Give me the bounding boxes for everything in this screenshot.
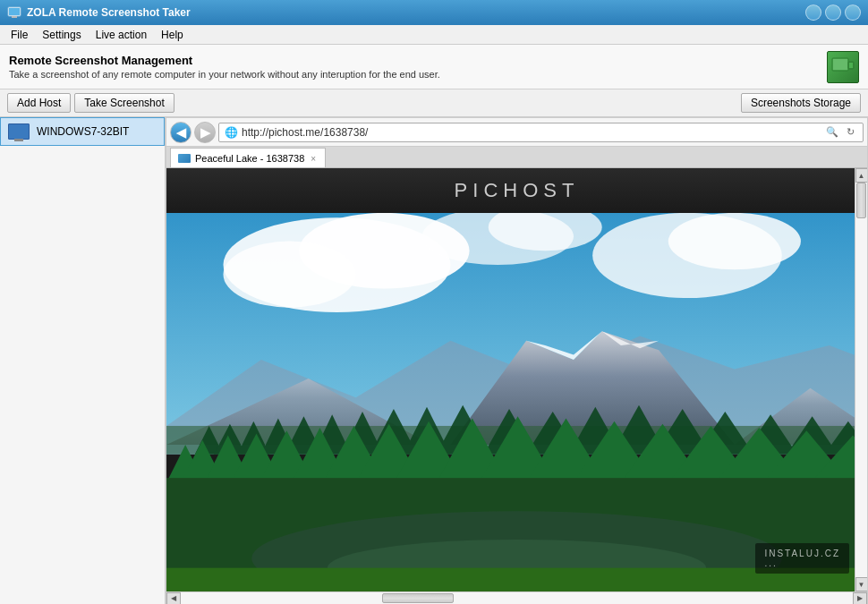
svg-rect-6: [849, 63, 853, 68]
screenshots-storage-button[interactable]: Screenshots Storage: [741, 93, 861, 113]
browser-tab[interactable]: Peaceful Lake - 1638738 ×: [170, 148, 326, 167]
menu-settings[interactable]: Settings: [35, 27, 88, 43]
host-item-windows7[interactable]: WINDOWS7-32BIT: [0, 117, 165, 146]
scroll-thumb[interactable]: [856, 183, 866, 218]
menu-bar: File Settings Live action Help: [0, 25, 868, 45]
tab-close-button[interactable]: ×: [309, 154, 318, 164]
info-bar: Remote Screenshot Management Take a scre…: [0, 45, 868, 89]
sidebar: WINDOWS7-32BIT: [0, 117, 166, 604]
app-title: ZOLA Remote Screenshot Taker: [27, 6, 805, 19]
page-icon: 🌐: [225, 126, 238, 139]
maximize-button[interactable]: [825, 4, 841, 21]
close-button[interactable]: [845, 4, 861, 21]
svg-point-14: [668, 213, 801, 269]
info-text: Remote Screenshot Management Take a scre…: [9, 54, 440, 80]
refresh-icon[interactable]: ↻: [844, 125, 857, 139]
host-label: WINDOWS7-32BIT: [37, 125, 129, 138]
title-bar: ZOLA Remote Screenshot Taker: [0, 0, 868, 25]
browser-back-button[interactable]: ◀: [170, 122, 191, 143]
scroll-track[interactable]: [855, 183, 867, 577]
menu-file[interactable]: File: [4, 27, 35, 43]
tab-bar: Peaceful Lake - 1638738 ×: [166, 147, 867, 168]
address-input[interactable]: [242, 126, 820, 139]
menu-help[interactable]: Help: [154, 27, 191, 43]
h-scroll-track[interactable]: [181, 592, 853, 604]
add-host-button[interactable]: Add Host: [7, 93, 71, 113]
address-actions: 🔍 ↻: [823, 125, 857, 139]
browser-address-bar: ◀ ▶ 🌐 🔍 ↻: [166, 118, 867, 147]
scroll-down-arrow[interactable]: ▼: [855, 577, 868, 591]
watermark-text-2: ...: [764, 558, 840, 568]
take-screenshot-button[interactable]: Take Screenshot: [74, 93, 174, 113]
app-icon: [7, 5, 21, 20]
browser-forward-button[interactable]: ▶: [194, 122, 216, 143]
search-icon[interactable]: 🔍: [823, 125, 841, 139]
browser-viewport-wrapper: PICHOST: [166, 168, 867, 591]
scroll-left-arrow[interactable]: ◀: [166, 592, 181, 605]
minimize-button[interactable]: [805, 4, 821, 21]
svg-rect-2: [12, 16, 17, 18]
tab-label: Peaceful Lake - 1638738: [195, 153, 304, 164]
vertical-scrollbar[interactable]: ▲ ▼: [855, 168, 867, 591]
svg-point-10: [223, 242, 355, 308]
scroll-up-arrow[interactable]: ▲: [855, 168, 868, 183]
tab-favicon: [178, 154, 191, 163]
horizontal-scrollbar[interactable]: ◀ ▶: [166, 591, 867, 604]
scroll-right-arrow[interactable]: ▶: [853, 592, 867, 605]
window-controls: [805, 4, 861, 21]
toolbar: Add Host Take Screenshot Screenshots Sto…: [0, 89, 868, 117]
info-title: Remote Screenshot Management: [9, 54, 440, 67]
info-icon: [827, 51, 859, 83]
toolbar-left: Add Host Take Screenshot: [7, 93, 174, 113]
host-computer-icon: [8, 123, 30, 140]
svg-rect-4: [833, 59, 847, 70]
menu-live-action[interactable]: Live action: [89, 27, 154, 43]
svg-rect-1: [9, 8, 20, 15]
pichost-title: PICHOST: [455, 179, 580, 201]
h-scroll-thumb[interactable]: [382, 593, 454, 603]
landscape-svg: [166, 213, 867, 591]
info-description: Take a screenshot of any remote computer…: [9, 69, 440, 80]
landscape-image: INSTALUJ.CZ ...: [166, 213, 867, 591]
main-content: WINDOWS7-32BIT ◀ ▶ 🌐 🔍 ↻ Peaceful Lake -…: [0, 117, 868, 604]
pichost-header: PICHOST: [166, 168, 867, 213]
browser-panel: ◀ ▶ 🌐 🔍 ↻ Peaceful Lake - 1638738 ×: [166, 117, 868, 604]
browser-viewport: PICHOST: [166, 168, 867, 591]
address-box: 🌐 🔍 ↻: [218, 123, 864, 142]
watermark-text-1: INSTALUJ.CZ: [764, 549, 840, 558]
watermark: INSTALUJ.CZ ...: [755, 543, 849, 574]
